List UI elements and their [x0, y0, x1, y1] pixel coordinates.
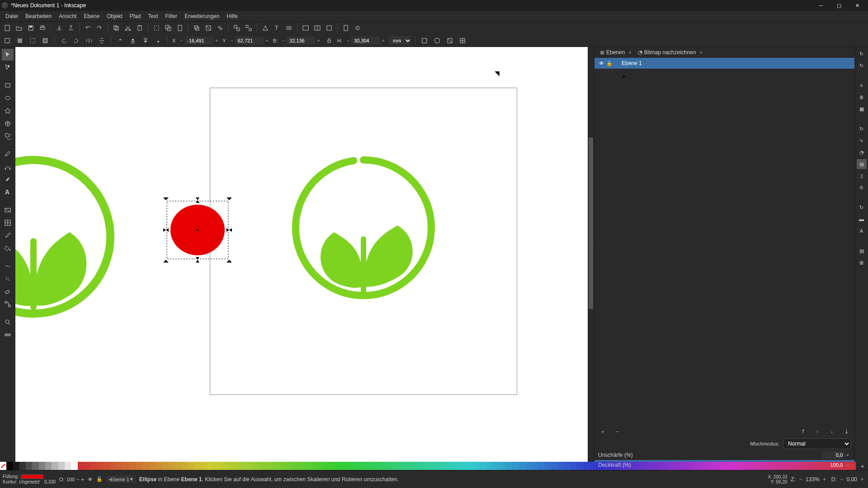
fill-stroke-dialog-button[interactable] [260, 23, 271, 33]
raise-top-button[interactable] [115, 35, 126, 46]
layer-up-button[interactable]: ↑ [812, 426, 823, 437]
color-swatch[interactable] [434, 462, 441, 470]
spray-tool[interactable] [2, 273, 14, 285]
color-swatch[interactable] [454, 462, 460, 470]
dock-grid-icon[interactable]: ▦ [857, 104, 867, 114]
transform-pattern-button[interactable] [457, 35, 468, 46]
opacity-decrement-button[interactable]: − [76, 477, 79, 482]
deselect-button[interactable] [27, 35, 38, 46]
color-swatch[interactable] [532, 462, 538, 470]
clone-button[interactable] [203, 23, 214, 33]
lock-aspect-button[interactable] [324, 35, 335, 46]
color-swatch[interactable] [26, 462, 32, 470]
color-swatch[interactable] [512, 462, 519, 470]
gradient-tool[interactable] [2, 204, 14, 216]
color-swatch[interactable] [791, 462, 797, 470]
color-swatch[interactable] [104, 462, 110, 470]
connector-tool[interactable] [2, 298, 14, 310]
spiral-tool[interactable] [2, 130, 14, 142]
layer-bottom-button[interactable]: ⤓ [841, 426, 852, 437]
maximize-button[interactable]: ▢ [830, 0, 848, 11]
y-increment[interactable]: + [264, 36, 270, 45]
zoom-page-button[interactable] [175, 23, 185, 33]
opacity-value[interactable]: 100,0 [822, 461, 844, 469]
dock-prefs-icon[interactable]: ⊞ [857, 258, 867, 267]
dock-trace-icon[interactable]: ◔ [857, 147, 867, 157]
w-decrement[interactable]: − [280, 36, 287, 45]
vertical-scrollbar[interactable] [588, 47, 594, 464]
dock-objects-icon[interactable]: ▯ [857, 171, 867, 181]
color-swatch[interactable] [84, 462, 90, 470]
duplicate-button[interactable] [191, 23, 202, 33]
unlink-clone-button[interactable] [215, 23, 226, 33]
color-swatch[interactable] [90, 462, 97, 470]
paste-button[interactable] [134, 23, 145, 33]
current-layer-select[interactable]: •Ebene 1 ▾ [106, 475, 136, 483]
color-swatch[interactable] [71, 462, 77, 470]
color-swatch[interactable] [421, 462, 428, 470]
transform-corners-button[interactable] [432, 35, 443, 46]
color-swatch[interactable] [58, 462, 65, 470]
color-swatch[interactable] [32, 462, 38, 470]
open-button[interactable] [14, 23, 24, 33]
color-swatch[interactable] [797, 462, 804, 470]
color-swatch[interactable] [564, 462, 571, 470]
y-input[interactable] [235, 37, 264, 45]
color-swatch[interactable] [428, 462, 434, 470]
color-swatch[interactable] [389, 462, 395, 470]
flip-horizontal-button[interactable] [84, 35, 94, 46]
color-swatch[interactable] [214, 462, 220, 470]
rotation-decrement-button[interactable]: − [839, 476, 845, 483]
color-swatch[interactable] [590, 462, 596, 470]
panel-splitter-handle[interactable]: ⋮ [590, 241, 594, 246]
transform-gradient-button[interactable] [444, 35, 455, 46]
color-swatch[interactable] [726, 462, 732, 470]
node-tool[interactable] [2, 61, 14, 73]
color-swatch[interactable] [266, 462, 272, 470]
color-swatch[interactable] [253, 462, 259, 470]
color-swatch[interactable] [642, 462, 648, 470]
color-swatch[interactable] [467, 462, 473, 470]
star-tool[interactable] [2, 105, 14, 117]
minimize-button[interactable]: ─ [812, 0, 830, 11]
selector-tool[interactable] [2, 49, 14, 61]
zoom-drawing-button[interactable] [163, 23, 174, 33]
menu-extensions[interactable]: Erweiterungen [181, 11, 223, 21]
color-swatch[interactable] [772, 462, 778, 470]
opacity-status-value[interactable]: 100 [66, 477, 75, 482]
pencil-tool[interactable] [2, 148, 14, 160]
blur-slider[interactable] [636, 450, 819, 460]
color-swatch[interactable] [292, 462, 298, 470]
opacity-increment[interactable]: − [844, 462, 851, 468]
color-swatch[interactable] [181, 462, 188, 470]
layer-visibility-icon[interactable]: 👁 [597, 61, 605, 66]
w-increment[interactable]: + [316, 36, 322, 45]
color-swatch[interactable] [655, 462, 661, 470]
color-swatch[interactable] [305, 462, 311, 470]
color-swatch[interactable] [784, 462, 791, 470]
color-swatch[interactable] [519, 462, 525, 470]
color-swatch[interactable] [318, 462, 324, 470]
import-button[interactable] [54, 23, 65, 33]
3dbox-tool[interactable] [2, 117, 14, 129]
color-swatch[interactable] [78, 462, 84, 470]
color-swatch[interactable] [363, 462, 369, 470]
color-swatch[interactable] [298, 462, 304, 470]
add-layer-button[interactable]: ＋ [597, 426, 608, 437]
lower-bottom-button[interactable] [153, 35, 164, 46]
h-increment[interactable]: + [380, 36, 387, 45]
color-swatch[interactable] [227, 462, 233, 470]
dock-new-icon[interactable]: ↻ [857, 49, 867, 59]
layer-lock-icon[interactable]: 🔓 [605, 61, 613, 66]
color-swatch[interactable] [376, 462, 382, 470]
menu-file[interactable]: Datei [2, 11, 22, 21]
color-swatch[interactable] [311, 462, 317, 470]
color-swatch[interactable] [45, 462, 52, 470]
xml-editor-button[interactable] [300, 23, 311, 33]
color-swatch[interactable] [142, 462, 149, 470]
layer-down-button[interactable]: ↓ [826, 426, 837, 437]
color-swatch[interactable] [486, 462, 492, 470]
color-swatch[interactable] [123, 462, 129, 470]
transform-dialog-button[interactable] [324, 23, 335, 33]
color-swatch[interactable] [169, 462, 175, 470]
